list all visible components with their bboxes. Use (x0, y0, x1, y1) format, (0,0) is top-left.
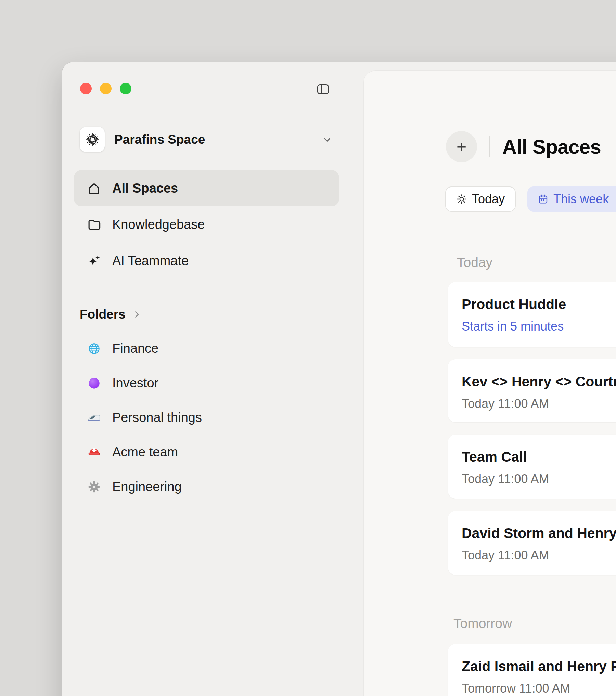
section-heading-today: Today (457, 255, 492, 270)
filter-chip-today[interactable]: Today (445, 186, 516, 212)
home-icon (86, 180, 102, 196)
event-title: Product Huddle (462, 296, 616, 312)
section-heading-tomorrow: Tomorrow (453, 616, 512, 631)
event-title: Team Call (462, 449, 616, 465)
window-controls (80, 83, 131, 94)
folder-item-acme-team[interactable]: Acme team (74, 435, 339, 469)
zoom-button[interactable] (120, 83, 131, 94)
chevron-right-icon (132, 309, 142, 320)
event-title: Kev <> Henry <> Courtn (462, 374, 616, 390)
add-button[interactable]: + (446, 131, 477, 162)
event-card[interactable]: Product Huddle Starts in 5 minutes (448, 282, 616, 347)
event-card[interactable]: Kev <> Henry <> Courtn Today 11:00 AM (448, 359, 616, 422)
event-card[interactable]: Zaid Ismail and Henry Pu Tomorrow 11:00 … (448, 644, 616, 696)
sidebar-toggle-button[interactable] (316, 81, 331, 96)
folder-item-personal-things[interactable]: Personal things (74, 400, 339, 435)
workspace-name: Parafins Space (114, 132, 205, 147)
sun-icon (456, 194, 467, 205)
helmet-icon (86, 444, 102, 460)
folders-section-header[interactable]: Folders (80, 306, 142, 323)
folders-list: Finance Investor Personal things (74, 331, 339, 504)
gear-icon (86, 479, 102, 495)
close-button[interactable] (80, 83, 92, 94)
globe-icon (86, 341, 102, 357)
event-subtitle[interactable]: Starts in 5 minutes (462, 319, 616, 334)
workspace-logo (80, 127, 105, 152)
event-title: David Storm and Henry P (462, 525, 616, 541)
folder-item-finance[interactable]: Finance (74, 331, 339, 366)
folders-header-label: Folders (80, 307, 126, 322)
folder-item-investor[interactable]: Investor (74, 366, 339, 400)
chevron-down-icon (321, 134, 333, 145)
event-subtitle: Tomorrow 11:00 AM (462, 681, 616, 696)
event-subtitle: Today 11:00 AM (462, 548, 616, 563)
train-icon (86, 410, 102, 426)
sidebar-item-label: All Spaces (112, 181, 178, 196)
folder-item-label: Finance (112, 341, 158, 356)
filter-chip-label: Today (472, 192, 505, 206)
folder-item-label: Personal things (112, 410, 202, 425)
folder-item-label: Engineering (112, 479, 182, 494)
event-card[interactable]: Team Call Today 11:00 AM (448, 435, 616, 499)
main-header: + All Spaces (446, 131, 601, 162)
workspace-switcher[interactable]: Parafins Space (80, 127, 339, 152)
page-title: All Spaces (502, 135, 601, 158)
sidebar-item-label: AI Teammate (112, 254, 189, 268)
calendar-icon (538, 194, 549, 205)
folder-item-engineering[interactable]: Engineering (74, 469, 339, 504)
filter-chips: Today This week (445, 186, 616, 212)
header-divider (489, 136, 490, 157)
purple-circle-icon (86, 375, 102, 391)
sidebar-item-all-spaces[interactable]: All Spaces (74, 170, 339, 206)
sidebar-item-ai-teammate[interactable]: AI Teammate (74, 243, 339, 279)
folder-item-label: Acme team (112, 445, 178, 460)
folder-icon (86, 217, 102, 232)
minimize-button[interactable] (100, 83, 112, 94)
event-subtitle: Today 11:00 AM (462, 472, 616, 486)
event-subtitle: Today 11:00 AM (462, 397, 616, 411)
folder-item-label: Investor (112, 376, 158, 390)
sidebar-item-knowledgebase[interactable]: Knowledgebase (74, 206, 339, 243)
starburst-icon (85, 132, 100, 147)
filter-chip-label: This week (553, 192, 609, 206)
filter-chip-this-week[interactable]: This week (527, 186, 616, 212)
sparkles-icon (86, 253, 102, 269)
sidebar-nav: All Spaces Knowledgebase AI Teammate (74, 170, 339, 279)
sidebar-icon (316, 82, 330, 96)
event-title: Zaid Ismail and Henry Pu (462, 658, 616, 674)
event-card[interactable]: David Storm and Henry P Today 11:00 AM (448, 511, 616, 575)
sidebar-item-label: Knowledgebase (112, 217, 205, 232)
